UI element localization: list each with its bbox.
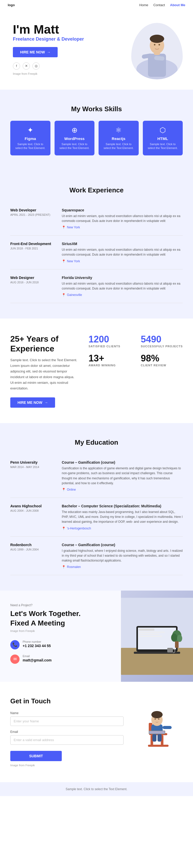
- edu-location-0: 📍 Online: [62, 488, 183, 491]
- edu-date-2: AUG 1999 - JUN 2004: [10, 548, 57, 551]
- contact-form-container: Get in Touch Name Email SUBMIT Image fro…: [10, 697, 123, 767]
- skill-html[interactable]: ⬡ HTML Sample text. Click to select the …: [143, 121, 183, 155]
- edu-pin-icon-2: 📍: [62, 565, 65, 569]
- laptop-image: [121, 591, 193, 682]
- svg-rect-13: [138, 627, 176, 649]
- stat-awards: 13+ AWARD WINNING: [88, 353, 131, 367]
- skill-wordpress-desc: Sample text. Click to select the Text El…: [58, 142, 92, 150]
- cta-tag: Need a Project?: [10, 603, 111, 607]
- stat-projects: 5490 SUCCESSFULY PROJECTS: [141, 334, 183, 348]
- svg-rect-27: [148, 745, 169, 747]
- svg-rect-23: [167, 648, 173, 652]
- work-item-0: Web Developer APRIL 2021 - 2023 (PRESENT…: [10, 202, 183, 236]
- stat-reviews: 98% CLIENT REVIEW: [141, 353, 183, 367]
- email-field-group: Email: [10, 730, 123, 745]
- work-location-2: 📍 Gainesville: [62, 293, 183, 297]
- wordpress-icon: ⊕: [58, 126, 92, 134]
- svg-point-8: [159, 44, 160, 45]
- hero-section: I'm Matt Freelance Designer & Developer …: [0, 10, 193, 90]
- cta-image-credit: Image from Freepik: [10, 629, 111, 632]
- edu-date-0: MAR 2014 - MAY 2014: [10, 465, 57, 469]
- edu-course-2: Course – Gamification (course): [62, 543, 183, 547]
- edu-school-1: Avans Highschool: [10, 504, 57, 508]
- footer: Sample text. Click to select the Text El…: [0, 782, 193, 796]
- cta-email-info: Email matt@gmail.com: [23, 654, 52, 662]
- email-value: matt@gmail.com: [23, 658, 52, 662]
- edu-item-2: Rodenborch AUG 1999 - JUN 2004 Course – …: [10, 537, 183, 576]
- work-company-0: Squarespace: [62, 208, 183, 212]
- svg-rect-17: [139, 636, 162, 637]
- cta-heading: Let's Work Together.Fixed A Meeting: [10, 609, 111, 628]
- name-label: Name: [10, 711, 123, 715]
- submit-button[interactable]: SUBMIT: [10, 751, 62, 761]
- location-pin-icon-1: 📍: [62, 259, 65, 263]
- facebook-icon[interactable]: f: [13, 62, 20, 70]
- skill-reactjs[interactable]: ⚛ Reactjs Sample text. Click to select t…: [99, 121, 139, 155]
- skill-reactjs-name: Reactjs: [102, 136, 136, 141]
- hero-name: I'm Matt: [13, 23, 131, 36]
- hero-left: I'm Matt Freelance Designer & Developer …: [13, 23, 131, 75]
- html-icon: ⬡: [146, 126, 180, 134]
- cta-phone-item: 📞 Phone number +1 232 343 44 55: [10, 640, 111, 649]
- svg-point-22: [177, 635, 182, 642]
- cta-right: [121, 591, 193, 682]
- nav-logo: logo: [8, 3, 15, 7]
- work-company-1: SiriusXM: [62, 242, 183, 246]
- hero-right: [131, 23, 183, 80]
- edu-school-0: Penn University: [10, 460, 57, 464]
- work-role-2: Web Designer: [10, 276, 57, 280]
- edu-location-1: 📍 's-Hertogenbosch: [62, 527, 183, 530]
- stats-section: 25+ Years of Experience Sample text. Cli…: [0, 318, 193, 423]
- work-date-0: APRIL 2021 - 2023 (PRESENT): [10, 213, 57, 216]
- hire-me-button[interactable]: HIRE ME NOW: [13, 47, 58, 57]
- svg-rect-15: [139, 632, 165, 633]
- svg-rect-35: [149, 731, 165, 734]
- skill-figma[interactable]: ✦ Figma Sample text. Click to select the…: [10, 121, 50, 155]
- instagram-icon[interactable]: ◎: [32, 62, 39, 70]
- navbar: logo Home Contact About Me: [0, 0, 193, 10]
- stats-hire-button[interactable]: HIRE ME NOW: [10, 397, 55, 408]
- edu-school-2: Rodenborch: [10, 543, 57, 547]
- hero-subtitle: Freelance Designer & Developer: [13, 36, 131, 42]
- skill-wordpress[interactable]: ⊕ WordPress Sample text. Click to select…: [55, 121, 95, 155]
- skill-html-desc: Sample text. Click to select the Text El…: [146, 142, 180, 150]
- work-role-1: Front-End Development: [10, 242, 57, 246]
- contact-section: Get in Touch Name Email SUBMIT Image fro…: [0, 682, 193, 782]
- stats-description: Sample text. Click to select the Text El…: [10, 357, 78, 392]
- work-desc-1: Ut enim ad minim veniam, quis nostrud ex…: [62, 247, 183, 257]
- edu-desc-0: Gamification is the application of game …: [62, 466, 183, 486]
- edu-desc-2: I graduated highschool, where I enjoyed …: [62, 549, 183, 563]
- stats-right: 1200 SATISFIED CLIENTS 5490 SUCCESSFULY …: [88, 334, 183, 367]
- nav-home[interactable]: Home: [139, 3, 148, 7]
- react-icon: ⚛: [102, 126, 136, 134]
- name-input[interactable]: [10, 716, 123, 726]
- svg-rect-36: [163, 726, 172, 729]
- skill-wordpress-name: WordPress: [58, 136, 92, 141]
- edu-item-0: Penn University MAR 2014 - MAY 2014 Cour…: [10, 454, 183, 498]
- work-left-0: Web Developer APRIL 2021 - 2023 (PRESENT…: [10, 208, 57, 229]
- edu-course-1: Bachelor – Computer Science (Specializat…: [62, 504, 183, 508]
- stats-left: 25+ Years of Experience Sample text. Cli…: [10, 334, 78, 408]
- edu-right-1: Bachelor – Computer Science (Specializat…: [62, 504, 183, 530]
- phone-icon: 📞: [10, 640, 20, 649]
- education-section: My Education Penn University MAR 2014 - …: [0, 423, 193, 591]
- svg-point-31: [151, 711, 163, 718]
- nav-links: Home Contact About Me: [139, 3, 185, 7]
- education-title: My Education: [10, 438, 183, 446]
- phone-value: +1 232 343 44 55: [23, 644, 51, 648]
- nav-about[interactable]: About Me: [170, 3, 185, 7]
- nav-contact[interactable]: Contact: [154, 3, 165, 7]
- stat-label-awards: AWARD WINNING: [88, 364, 131, 367]
- work-location-0: 📍 New York: [62, 225, 183, 229]
- edu-pin-icon-0: 📍: [62, 488, 65, 491]
- stat-number-clients: 1200: [88, 334, 131, 345]
- work-left-1: Front-End Development JUN 2018 - FEB 202…: [10, 242, 57, 263]
- work-date-1: JUN 2018 - FEB 2021: [10, 247, 57, 250]
- cta-left: Need a Project? Let's Work Together.Fixe…: [0, 591, 121, 682]
- edu-location-2: 📍 Rosmalen: [62, 565, 183, 569]
- email-input[interactable]: [10, 735, 123, 745]
- stat-label-projects: SUCCESSFULY PROJECTS: [141, 345, 183, 348]
- twitter-icon[interactable]: ✕: [23, 62, 30, 70]
- figma-icon: ✦: [13, 126, 47, 134]
- work-right-2: Florida University Ut enim ad minim veni…: [62, 276, 183, 297]
